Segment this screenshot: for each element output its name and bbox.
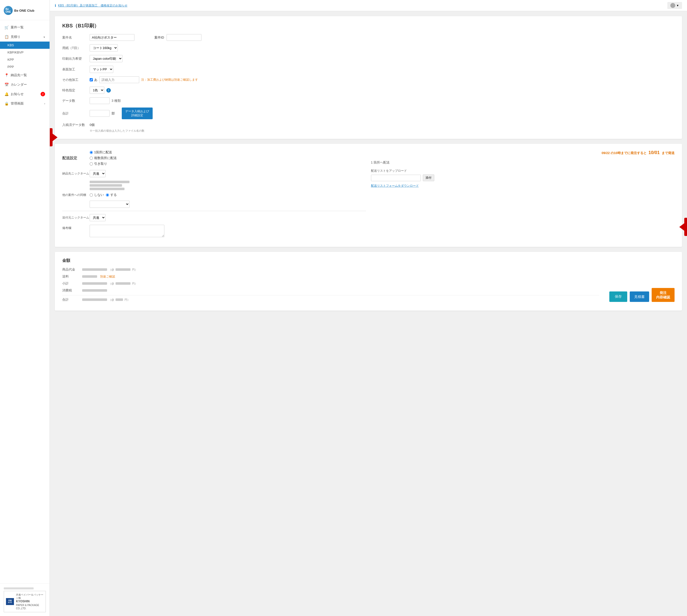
other-checkbox[interactable] [90,78,93,81]
submitted-row: 入稿済データ数 0個 [62,123,674,127]
address-line1 [90,181,129,183]
attach-button[interactable]: 添付 [423,174,434,181]
memo-control [90,225,164,237]
subtotal-row: 小計 （@ 円） [62,281,599,286]
other-case-yes[interactable]: する [106,193,117,197]
download-link[interactable]: 配送リストフォームをダウンロード [371,184,419,188]
radio-single[interactable]: 1箇所に配送 [90,150,117,155]
product-unit-blurred [115,268,130,271]
sender-row: 送付元ニックネーム 共進 [62,214,366,221]
submitted-value: 0個 [90,123,94,127]
notification-text[interactable]: KBS（B1印刷）及び表面加工 価格改定のお知らせ [58,3,128,8]
data-count-control: 3 種類 [90,97,121,104]
estimate-button[interactable]: 見積書 [630,291,649,302]
admin-icon: 🔒 [4,102,9,106]
bundling-select-row [90,201,366,208]
other-case-no[interactable]: しない [90,193,104,197]
calendar-icon: 📅 [4,83,9,87]
sidebar-item-news[interactable]: 🔔 お知らせ 2 [0,89,49,99]
sidebar-item-calendar[interactable]: 📅 カレンダー [0,80,49,89]
tax-value [82,289,107,292]
paper-label: 用紙（T目） [62,46,90,50]
other-note: 注：加工費および納期は別途ご確認します [141,78,198,82]
paper-select[interactable]: コート160kg [90,44,118,51]
color-select[interactable]: 1色 [90,87,104,94]
sidebar-company: 共進KYO 共進ペイパー＆パッケージ株 KYOSHIN PAPER & PACK… [0,584,49,616]
shipping-amount-blurred [82,275,97,278]
print-control: Japan color印刷 [90,55,123,62]
surface-select[interactable]: マットPP [90,66,113,73]
total-amount-row: 合計 （@ 円） [62,295,599,302]
tax-row: 消費税 [62,288,599,293]
case-name-control [90,34,134,41]
sidebar-item-kbp[interactable]: KBP/KBVP [0,49,49,56]
upload-section: 配送リストをアップロード 添付 [371,169,675,181]
sender-select[interactable]: 共進 [90,214,106,221]
case-name-input[interactable] [90,34,134,41]
total-label: 合計 [62,111,90,116]
total-unit: 部 [111,111,115,116]
case-id-input[interactable] [167,34,201,41]
radio-multi-input[interactable] [90,157,93,160]
separator [62,211,366,211]
logo-icon: BeONE [4,6,13,15]
sidebar-item-kbs[interactable]: KBS [0,42,49,49]
subtotal-label: 小計 [62,281,82,286]
print-select[interactable]: Japan color印刷 [90,55,123,62]
radio-single-input[interactable] [90,151,93,154]
other-checkbox-label[interactable]: あ [90,78,98,82]
product-row: 商品代金 （@ 円） [62,267,599,272]
data-count-row: データ数 3 種類 [62,97,674,104]
submitted-control: 0個 [90,123,94,127]
shipping-row: 送料 別途ご確認 [62,274,599,279]
delivery-section-title: 配送設定 [62,156,90,160]
sidebar-item-admin[interactable]: 🔒 管理画面 › [0,99,49,108]
radio-yes-input[interactable] [106,193,109,197]
delivery-date-suffix: まで発送 [662,151,674,155]
radio-yes-label: する [110,193,117,197]
product-unit-close: 円） [132,268,137,271]
radio-multi[interactable]: 複数箇所に配送 [90,156,117,160]
sidebar-item-cases[interactable]: 🛒 案件一覧 [0,23,49,32]
sidebar-item-estimate[interactable]: 📋 見積り ∨ [0,32,49,42]
page-wrapper: 配送の細かな要件まで 入力できるよう実装 見積もりから発注まで 自動で行える [55,16,682,311]
tax-label: 消費税 [62,288,82,293]
product-amount-blurred [82,268,107,271]
detail-settings-button[interactable]: データ入稿および 詳細設定 [122,108,153,119]
radio-multi-label: 複数箇所に配送 [94,156,117,160]
delivery-dest-row: 納品先ニックネーム 共進 [62,170,366,177]
data-count-input[interactable] [90,97,110,104]
case-name-label: 案件名 [62,35,90,40]
company-name: 共進ペイパー＆パッケージ株 KYOSHIN PAPER & PACKAGE CO… [16,593,44,610]
bundling-select[interactable] [90,201,129,208]
sidebar-item-delivery[interactable]: 📍 納品先一覧 [0,70,49,80]
sidebar-item-kpp[interactable]: KPP [0,56,49,63]
color-info-icon[interactable]: ! [106,88,111,93]
other-detail-input[interactable] [99,76,139,83]
upload-filename-input[interactable] [371,175,421,181]
total-amount-value: （@ 円） [82,298,130,302]
total-input[interactable] [90,110,110,117]
address-line3 [90,188,125,190]
submitted-label: 入稿済データ数 [62,123,90,127]
company-logo-box: 共進KYO 共進ペイパー＆パッケージ株 KYOSHIN PAPER & PACK… [4,591,46,612]
news-icon: 🔔 [4,92,9,96]
memo-textarea[interactable] [90,225,164,237]
order-button[interactable]: 発注 内容確認 [652,288,674,302]
paper-control: コート160kg [90,44,118,51]
radio-pickup[interactable]: 引き取り [90,161,117,166]
sidebar-item-ppp[interactable]: PPP [0,63,49,70]
radio-no-input[interactable] [90,193,93,197]
upload-control: 添付 [371,174,675,181]
user-menu-button[interactable]: ▼ [667,2,682,9]
save-button[interactable]: 保存 [609,291,627,302]
delivery-right: 09/22 の10時までに発注すると 10/01 まで発送 1 箇所へ配送 [371,150,675,241]
delivery-dest-select[interactable]: 共進 [90,170,106,177]
radio-no-label: しない [94,193,104,197]
total-unit-open: （@ [109,298,114,302]
print-label: 印刷出力希望 [62,57,90,61]
estimate-icon: 📋 [4,35,9,39]
surface-label: 表面加工 [62,67,90,72]
radio-pickup-input[interactable] [90,162,93,166]
product-unit-open: （@ [109,268,114,271]
